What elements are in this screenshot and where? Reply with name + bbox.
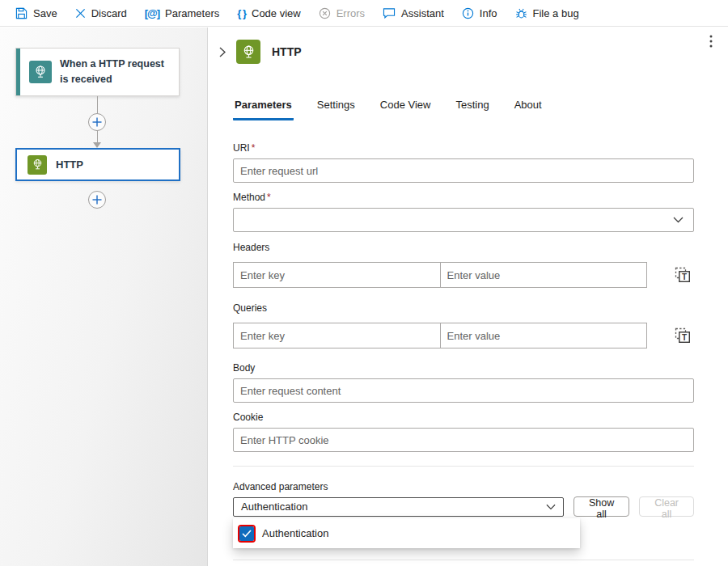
- workflow-canvas[interactable]: When a HTTP request is received HTTP: [0, 27, 208, 566]
- http-request-trigger-icon: [29, 61, 52, 83]
- tab-parameters[interactable]: Parameters: [233, 99, 294, 120]
- headers-text-mode-toggle[interactable]: T: [675, 267, 691, 283]
- action-card-http[interactable]: HTTP: [15, 148, 180, 181]
- assistant-icon: [383, 7, 396, 19]
- headers-value-input[interactable]: [440, 262, 648, 288]
- queries-key-input[interactable]: [233, 323, 441, 348]
- chevron-right-icon: [219, 47, 226, 57]
- authentication-checkbox[interactable]: [239, 526, 254, 541]
- cookie-label: Cookie: [233, 412, 694, 423]
- operation-panel: HTTP Parameters Settings Code View Testi…: [209, 27, 728, 566]
- body-input[interactable]: [233, 378, 694, 403]
- trigger-card-http-request[interactable]: When a HTTP request is received: [15, 48, 180, 96]
- method-label: Method*: [233, 192, 694, 203]
- tab-about[interactable]: About: [513, 99, 544, 120]
- text-mode-glyph: T: [682, 272, 687, 281]
- save-label: Save: [33, 7, 57, 19]
- save-icon: [15, 7, 28, 19]
- action-card-title: HTTP: [56, 158, 83, 171]
- bug-icon: [515, 7, 527, 19]
- plus-icon: [92, 117, 102, 127]
- advanced-parameters-row: Authentication Show all Clear all Authen…: [233, 496, 694, 517]
- text-mode-glyph: T: [682, 333, 687, 342]
- tab-code-view[interactable]: Code View: [379, 99, 433, 120]
- body-field-group: Body: [233, 362, 694, 403]
- discard-icon: [75, 8, 86, 19]
- advanced-parameters-label: Advanced parameters: [233, 481, 694, 492]
- errors-icon: [319, 7, 331, 19]
- logic-apps-designer: Save Discard [@] Parameters { } Code vie…: [0, 0, 728, 566]
- text-mode-icon: T: [675, 267, 691, 283]
- uri-label: URI*: [233, 142, 694, 154]
- collapse-panel-button[interactable]: [214, 43, 231, 61]
- code-view-button[interactable]: { } Code view: [228, 0, 309, 26]
- body-label: Body: [233, 362, 694, 374]
- errors-button: Errors: [310, 0, 374, 26]
- trigger-card-title: When a HTTP request is received: [60, 57, 172, 87]
- assistant-button[interactable]: Assistant: [374, 0, 453, 26]
- required-asterisk: *: [267, 192, 271, 203]
- checkmark-icon: [242, 530, 252, 538]
- chevron-down-icon: [546, 504, 556, 510]
- panel-header: HTTP: [214, 37, 723, 66]
- vertical-ellipsis-icon: [709, 35, 713, 48]
- file-a-bug-label: File a bug: [533, 7, 579, 19]
- required-asterisk: *: [252, 142, 256, 154]
- section-divider: [233, 466, 694, 467]
- panel-tabs: Parameters Settings Code View Testing Ab…: [233, 99, 544, 120]
- panel-bottom-divider: [233, 560, 694, 560]
- more-options-button[interactable]: [702, 31, 720, 52]
- tab-settings[interactable]: Settings: [315, 99, 357, 120]
- parameters-form: URI* Method* Headers T: [233, 142, 694, 517]
- tab-testing[interactable]: Testing: [454, 99, 490, 120]
- parameters-button[interactable]: [@] Parameters: [136, 0, 229, 26]
- info-icon: [462, 7, 474, 19]
- headers-key-input[interactable]: [233, 262, 441, 288]
- combobox-value: Authentication: [241, 501, 307, 513]
- connector-line: [97, 131, 98, 143]
- uri-field-group: URI*: [233, 142, 694, 183]
- trigger-accent-bar: [16, 49, 20, 95]
- connector-arrow: [93, 142, 101, 148]
- file-a-bug-button[interactable]: File a bug: [506, 0, 588, 26]
- info-label: Info: [480, 7, 497, 19]
- errors-label: Errors: [336, 7, 365, 19]
- cookie-field-group: Cookie: [233, 412, 694, 452]
- chevron-down-icon: [673, 217, 684, 223]
- info-button[interactable]: Info: [453, 0, 506, 26]
- panel-title: HTTP: [272, 45, 302, 58]
- queries-field-group: Queries T: [233, 302, 694, 348]
- discard-label: Discard: [91, 7, 127, 19]
- queries-label: Queries: [233, 302, 694, 314]
- queries-text-mode-toggle[interactable]: T: [675, 327, 691, 344]
- http-action-icon: [28, 155, 47, 175]
- clear-all-button: Clear all: [639, 496, 694, 517]
- discard-button[interactable]: Discard: [66, 0, 136, 26]
- method-field-group: Method*: [233, 192, 694, 232]
- connector-line: [97, 96, 98, 113]
- assistant-label: Assistant: [401, 7, 444, 19]
- designer-toolbar: Save Discard [@] Parameters { } Code vie…: [0, 0, 728, 27]
- uri-input[interactable]: [233, 158, 694, 183]
- advanced-parameters-dropdown: Authentication: [233, 518, 580, 548]
- add-action-button-bottom[interactable]: [88, 191, 106, 209]
- headers-label: Headers: [233, 242, 694, 253]
- authentication-option-label[interactable]: Authentication: [262, 527, 328, 539]
- parameters-icon: [@]: [145, 7, 159, 19]
- headers-field-group: Headers T: [233, 242, 694, 288]
- plus-icon: [92, 195, 102, 205]
- code-view-label: Code view: [252, 7, 301, 19]
- parameters-label: Parameters: [165, 7, 219, 19]
- cookie-input[interactable]: [233, 428, 694, 452]
- add-action-button-top[interactable]: [88, 113, 106, 131]
- save-button[interactable]: Save: [6, 0, 66, 26]
- text-mode-icon: T: [675, 327, 691, 344]
- code-view-icon: { }: [237, 7, 246, 19]
- http-panel-icon: [236, 40, 260, 64]
- queries-value-input[interactable]: [440, 323, 648, 348]
- advanced-parameters-combobox[interactable]: Authentication: [233, 497, 564, 517]
- show-all-button[interactable]: Show all: [574, 496, 629, 517]
- method-dropdown[interactable]: [233, 208, 694, 232]
